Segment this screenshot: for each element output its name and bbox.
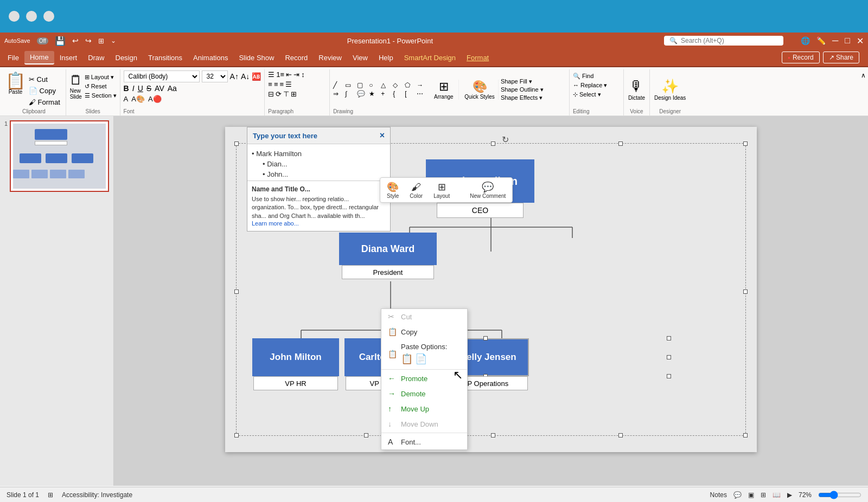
- shape-arrow2[interactable]: ⇒: [333, 90, 344, 98]
- handle-bc[interactable]: [491, 433, 495, 437]
- columns-btn[interactable]: ⊟: [268, 90, 274, 98]
- handle-br[interactable]: [743, 433, 748, 437]
- restore-icon[interactable]: □: [845, 36, 850, 46]
- ctx-cut[interactable]: ✂ Cut: [381, 309, 467, 324]
- minimize-icon[interactable]: ─: [832, 36, 838, 46]
- ctx-font[interactable]: A Font...: [381, 434, 467, 449]
- quick-styles-btn[interactable]: 🎨 Quick Styles: [461, 80, 499, 100]
- shape-brace[interactable]: {: [393, 90, 404, 98]
- shape-circle[interactable]: ○: [369, 81, 380, 89]
- tab-draw[interactable]: Draw: [82, 52, 110, 64]
- tab-review[interactable]: Review: [313, 52, 347, 64]
- node-ward-box[interactable]: Diana Ward: [339, 233, 437, 265]
- jensen-handle-tc[interactable]: [483, 336, 488, 340]
- reset-btn[interactable]: ↺ Reset: [85, 83, 117, 90]
- new-comment-btn[interactable]: 💬 New Comment: [468, 180, 508, 200]
- font-family-select[interactable]: Calibri (Body): [124, 70, 200, 82]
- shape-diamond[interactable]: ◇: [393, 81, 404, 89]
- shape-line[interactable]: ╱: [333, 81, 344, 89]
- zoom-slider[interactable]: [818, 491, 861, 499]
- increase-indent-btn[interactable]: ⇥: [293, 70, 299, 79]
- reading-view-btn[interactable]: 📖: [773, 491, 781, 499]
- ctx-paste-options[interactable]: 📋 Paste Options: 📋 📄: [381, 339, 467, 368]
- numbering-btn[interactable]: 1≡: [276, 70, 284, 79]
- shape-plus[interactable]: +: [381, 90, 392, 98]
- accessibility-info[interactable]: Accessibility: Investigate: [62, 491, 132, 499]
- align-left-btn[interactable]: ≡: [268, 80, 272, 88]
- find-btn[interactable]: 🔍 Find: [573, 73, 620, 80]
- tab-help[interactable]: Help: [373, 52, 399, 64]
- convert-to-smartart-btn[interactable]: ⊞: [291, 90, 297, 98]
- ctx-promote[interactable]: ← Promote: [381, 371, 467, 386]
- rotate-handle[interactable]: ↻: [502, 134, 509, 145]
- format-painter-btn[interactable]: 🖌 Format: [27, 98, 62, 107]
- shape-rect2[interactable]: ▢: [357, 81, 368, 89]
- record-btn[interactable]: ● Record: [782, 52, 820, 63]
- select-btn[interactable]: ⊹ Select ▾: [573, 91, 620, 98]
- text-highlight-btn[interactable]: A🎨: [131, 95, 145, 103]
- shape-outline-btn[interactable]: Shape Outline ▾: [501, 86, 566, 93]
- autosave-toggle[interactable]: Off: [37, 37, 48, 44]
- shape-effects-btn[interactable]: Shape Effects ▾: [501, 94, 566, 101]
- align-right-btn[interactable]: ≡: [279, 80, 284, 88]
- italic-btn[interactable]: I: [132, 84, 135, 93]
- layout-btn[interactable]: ⊞ Layout: [431, 180, 452, 200]
- design-ideas-btn[interactable]: ✨ Design Ideas: [654, 70, 686, 108]
- normal-view-btn[interactable]: ▣: [748, 491, 754, 499]
- customize-btn[interactable]: ⌄: [111, 37, 116, 44]
- align-text-btn[interactable]: ⊤: [283, 90, 289, 98]
- paste-option-1[interactable]: 📋: [401, 353, 413, 365]
- clear-format-btn[interactable]: 🆎: [252, 72, 261, 81]
- line-spacing-btn[interactable]: ↕: [301, 70, 305, 79]
- bullets-btn[interactable]: ☰: [268, 70, 275, 79]
- shape-arrow[interactable]: →: [417, 81, 427, 89]
- globe-icon[interactable]: 🌐: [801, 36, 810, 45]
- tab-animations[interactable]: Animations: [188, 52, 233, 64]
- tab-insert[interactable]: Insert: [54, 52, 83, 64]
- dictate-btn[interactable]: 🎙 Dictate: [628, 70, 645, 108]
- redo-btn[interactable]: ↪: [85, 36, 92, 45]
- ctx-demote[interactable]: → Demote: [381, 386, 467, 401]
- notes-btn[interactable]: Notes: [710, 491, 727, 499]
- shape-curve[interactable]: ∫: [345, 90, 356, 98]
- tab-smartart-design[interactable]: SmartArt Design: [399, 52, 461, 64]
- save-btn[interactable]: 💾: [55, 36, 66, 46]
- text-panel-close[interactable]: ×: [380, 131, 385, 140]
- shape-callout[interactable]: 💬: [357, 90, 368, 98]
- node-milton-box[interactable]: John Milton: [252, 338, 339, 376]
- tab-file[interactable]: File: [2, 52, 24, 64]
- tab-design[interactable]: Design: [110, 52, 143, 64]
- close-icon[interactable]: ✕: [857, 36, 864, 46]
- text-shadow-btn[interactable]: A: [124, 95, 129, 103]
- tab-format[interactable]: Format: [461, 52, 494, 64]
- handle-tc[interactable]: [491, 141, 495, 146]
- shape-more[interactable]: ⋯: [417, 90, 427, 98]
- shape-pentagon[interactable]: ⬠: [405, 81, 416, 89]
- handle-t3q[interactable]: [618, 141, 623, 146]
- justify-btn[interactable]: ☰: [285, 80, 292, 88]
- window-max-btn[interactable]: [43, 11, 54, 22]
- paste-option-2[interactable]: 📄: [415, 353, 427, 365]
- tab-view[interactable]: View: [347, 52, 373, 64]
- tab-record[interactable]: Record: [279, 52, 313, 64]
- shape-triangle[interactable]: △: [381, 81, 392, 89]
- handle-b3q[interactable]: [618, 433, 623, 437]
- slide-thumbnail[interactable]: [10, 120, 109, 192]
- font-case-btn[interactable]: Aa: [168, 84, 177, 93]
- font-size-select[interactable]: 32: [202, 70, 228, 82]
- text-direction-btn[interactable]: ⟳: [276, 90, 282, 98]
- shape-fill-btn[interactable]: Shape Fill ▾: [501, 78, 566, 85]
- font-grow-btn[interactable]: A↑: [230, 72, 239, 81]
- tab-transitions[interactable]: Transitions: [143, 52, 188, 64]
- handle-bl[interactable]: [234, 433, 239, 437]
- style-btn[interactable]: 🎨 Style: [385, 180, 401, 200]
- strikethrough-btn[interactable]: S: [146, 84, 151, 93]
- pen-icon[interactable]: ✏️: [816, 36, 826, 45]
- window-close-btn[interactable]: [9, 11, 20, 22]
- jensen-handle-br[interactable]: [667, 374, 671, 378]
- handle-mr[interactable]: [743, 289, 748, 294]
- align-center-btn[interactable]: ≡: [274, 80, 278, 88]
- learn-more-link[interactable]: Learn more abo...: [252, 220, 299, 227]
- char-spacing-btn[interactable]: AV: [155, 84, 164, 93]
- layout-btn[interactable]: ⊞ Layout ▾: [85, 74, 117, 81]
